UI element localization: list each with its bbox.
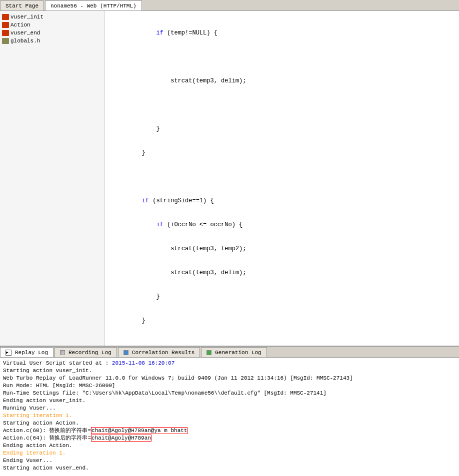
sidebar-vuser-end-label: vuser_end — [10, 30, 40, 36]
recording-log-icon — [60, 350, 65, 355]
code-line-9: if (iOccrNo <= occrNo) { — [109, 221, 459, 229]
log-highlight-before: chait@Agoly@H789an@ya m bhatt — [91, 427, 188, 434]
code-line-6: } — [109, 149, 459, 157]
generation-log-label: Generation Log — [215, 350, 261, 356]
log-line-10: Action.c(60): 替换前的字符串=chait@Agoly@H789an… — [3, 427, 456, 435]
log-line-5: Run-Time Settings file: "C:\Users\hk\App… — [3, 390, 456, 397]
tab-replay-log[interactable]: ▶ Replay Log — [0, 347, 54, 357]
code-line-2 — [109, 53, 459, 61]
correlation-results-label: Correlation Results — [132, 350, 194, 356]
correlation-results-icon — [124, 350, 128, 355]
log-highlight-after: chait@Agoly@H789an — [91, 435, 152, 442]
tab-generation-log[interactable]: Generation Log — [201, 347, 266, 357]
code-line-13: } — [109, 317, 459, 325]
log-line-4: Run Mode: HTML [MsgId: MMSC-26000] — [3, 382, 456, 390]
log-line-13: Ending iteration 1. — [3, 450, 456, 457]
sidebar-item-action[interactable]: Action — [0, 21, 104, 29]
generation-log-icon — [206, 350, 212, 355]
tab-noname56[interactable]: noname56 - Web (HTTP/HTML) — [45, 0, 142, 10]
main-area: vuser_init Action vuser_end globals.h if… — [0, 11, 459, 346]
code-line-1: if (temp!=NULL) { — [109, 29, 459, 37]
log-line-6: Ending action vuser_init. — [3, 397, 456, 405]
action-icon — [2, 22, 9, 28]
top-tab-bar: Start Page noname56 - Web (HTTP/HTML) — [0, 0, 459, 11]
sidebar-globals-label: globals.h — [10, 38, 40, 44]
replay-log-label: Replay Log — [15, 350, 48, 356]
code-line-12: } — [109, 293, 459, 301]
code-editor[interactable]: if (temp!=NULL) { strcat(temp3, delim); … — [105, 11, 459, 346]
sidebar-vuser-init-label: vuser_init — [10, 14, 44, 20]
code-line-3: strcat(temp3, delim); — [109, 77, 459, 85]
noname56-label: noname56 - Web (HTTP/HTML) — [50, 3, 136, 9]
code-line-14 — [109, 341, 459, 346]
code-line-11: strcat(temp3, delim); — [109, 269, 459, 277]
tab-start-page[interactable]: Start Page — [0, 0, 44, 10]
code-line-4 — [109, 101, 459, 109]
log-line-7: Running Vuser... — [3, 405, 456, 412]
log-line-15: Starting action vuser_end. — [3, 465, 456, 472]
sidebar-item-vuser-end[interactable]: vuser_end — [0, 29, 104, 37]
code-line-5: } — [109, 125, 459, 133]
code-content: if (temp!=NULL) { strcat(temp3, delim); … — [105, 13, 459, 346]
log-line-8: Starting iteration 1. — [3, 412, 456, 420]
log-line-1: Virtual User Script started at : 2015-11… — [3, 360, 456, 367]
log-line-9: Starting action Action. — [3, 420, 456, 427]
sidebar-action-label: Action — [10, 22, 30, 28]
bottom-tab-bar: ▶ Replay Log Recording Log Correlation R… — [0, 347, 459, 358]
log-line-11: Action.c(64): 替换后的字符串=chait@Agoly@H789an — [3, 435, 456, 442]
code-line-8: if (stringSide==1) { — [109, 197, 459, 205]
code-line-7 — [109, 173, 459, 181]
vuser-init-icon — [2, 14, 9, 20]
sidebar-item-globals-h[interactable]: globals.h — [0, 37, 104, 45]
log-line-2: Starting action vuser_init. — [3, 367, 456, 375]
start-page-label: Start Page — [6, 3, 38, 9]
log-line-12: Ending action Action. — [3, 442, 456, 450]
globals-h-icon — [2, 38, 9, 44]
log-output: Virtual User Script started at : 2015-11… — [0, 358, 459, 476]
vuser-end-icon — [2, 30, 9, 36]
log-line-14: Ending Vuser... — [3, 457, 456, 465]
tab-recording-log[interactable]: Recording Log — [54, 347, 117, 357]
sidebar: vuser_init Action vuser_end globals.h — [0, 11, 105, 346]
recording-log-label: Recording Log — [68, 350, 112, 356]
log-timestamp: 2015-11-08 16:20:07 — [112, 360, 174, 366]
code-line-10: strcat(temp3, temp2); — [109, 245, 459, 253]
sidebar-item-vuser-init[interactable]: vuser_init — [0, 13, 104, 21]
tab-correlation-results[interactable]: Correlation Results — [118, 347, 200, 357]
replay-log-icon: ▶ — [6, 350, 12, 356]
log-line-3: Web Turbo Replay of LoadRunner 11.0.0 fo… — [3, 375, 456, 382]
bottom-panel: ▶ Replay Log Recording Log Correlation R… — [0, 346, 459, 476]
